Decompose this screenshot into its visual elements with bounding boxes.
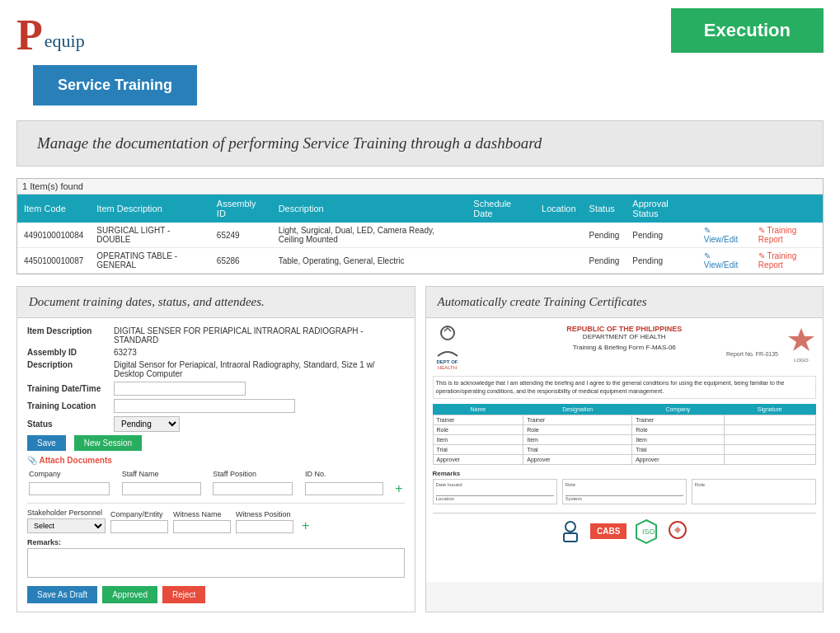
input-staff-position[interactable]: [213, 482, 293, 495]
cert-right-label: LOGO: [794, 358, 808, 363]
approved-button[interactable]: Approved: [102, 586, 157, 603]
cell-view-edit[interactable]: ✎ View/Edit: [697, 223, 752, 248]
view-edit-link[interactable]: ✎ View/Edit: [704, 226, 739, 244]
logo-p-letter: P: [16, 14, 43, 57]
two-col-section: Document training dates, status, and att…: [16, 286, 824, 612]
logo-p-red: P: [16, 12, 43, 59]
form-row-assembly: Assembly ID 63273: [27, 348, 405, 357]
form-content: Item Description DIGITAL SENSER FOR PERI…: [17, 318, 415, 612]
col-approval-status: Approval Status: [626, 195, 697, 223]
col-status: Status: [583, 195, 626, 223]
save-draft-button[interactable]: Save As Draft: [27, 586, 97, 603]
input-training-datetime[interactable]: [114, 382, 246, 396]
cell-location: [535, 248, 583, 274]
status-select[interactable]: Pending Completed Cancelled: [114, 416, 180, 432]
cell-training-report[interactable]: ✎ Training Report: [752, 248, 823, 274]
remarks-textarea[interactable]: [27, 548, 405, 578]
cell-approval-status: Pending: [626, 223, 697, 248]
cell-assembly-id: 65286: [210, 248, 272, 274]
description-banner: Manage the documentation of performing S…: [16, 120, 824, 166]
cert-col-designation: Designation: [523, 404, 632, 415]
label-status: Status: [27, 420, 114, 429]
value-description: Digital Sensor for Periapical, Intraoral…: [114, 360, 405, 378]
cell-view-edit[interactable]: ✎ View/Edit: [697, 248, 752, 274]
attach-header-row: Company Staff Name Staff Position ID No.: [27, 468, 405, 480]
cert-title-center: REPUBLIC OF THE PHILIPPINES DEPARTMENT O…: [462, 325, 787, 357]
col-add: [393, 468, 404, 480]
cert-table-row: Trial Trial Trial: [433, 444, 816, 454]
cell-item-desc: SURGICAL LIGHT - DOUBLE: [90, 223, 210, 248]
form-row-description: Description Digital Sensor for Periapica…: [27, 360, 405, 378]
stakeholder-col: Stakeholder Personnel Select: [27, 509, 106, 533]
footer-logo-3: ISO: [635, 518, 658, 545]
cell-item-desc: OPERATING TABLE - GENERAL: [90, 248, 210, 274]
table-header-row: Item Code Item Description Assembly ID D…: [17, 195, 823, 223]
data-table-section: 1 Item(s) found Item Code Item Descripti…: [16, 178, 824, 274]
cert-sign-col-2: Role System: [562, 479, 687, 504]
cert-cell-signature: [724, 444, 815, 454]
col-item-desc: Item Description: [90, 195, 210, 223]
cell-training-report[interactable]: ✎ Training Report: [752, 223, 823, 248]
cell-company: [27, 480, 120, 498]
cert-left-icon: [433, 325, 462, 358]
value-assembly-id: 63273: [114, 348, 405, 357]
cert-table-row: Item Item Item: [433, 434, 816, 444]
cell-description: Table, Operating, General, Electric: [272, 248, 467, 274]
input-company-entity[interactable]: [110, 520, 168, 533]
cert-cell-signature: [724, 424, 815, 434]
training-report-link[interactable]: ✎ Training Report: [758, 226, 796, 244]
input-witness-position[interactable]: [236, 520, 293, 533]
col-description: Description: [272, 195, 467, 223]
cell-approval-status: Pending: [626, 248, 697, 274]
col-actions1: [697, 195, 752, 223]
cert-table-header: Name Designation Company Signature: [433, 404, 816, 415]
col-staff-position: Staff Position: [211, 468, 303, 480]
cert-panel: Automatically create Training Certificat…: [425, 286, 824, 612]
cert-form-ref: Training & Briefing Form F-MAS-06: [471, 344, 779, 351]
input-staff-name[interactable]: [122, 482, 201, 495]
cert-subtitle: DEPARTMENT OF HEALTH: [471, 333, 779, 340]
new-session-button[interactable]: New Session: [74, 435, 142, 451]
cert-sign-row: Date Issued Location Role System Role: [433, 479, 817, 504]
form-panel-header: Document training dates, status, and att…: [17, 287, 415, 318]
execution-badge: Execution: [671, 8, 824, 53]
svg-rect-2: [564, 533, 577, 542]
col-item-code: Item Code: [17, 195, 90, 223]
cert-cell-name: Trial: [433, 444, 523, 454]
input-id-no[interactable]: [305, 482, 383, 495]
cert-description: This is to acknowledge that I am attendi…: [433, 376, 817, 399]
form-action-buttons: Save New Session: [27, 435, 405, 451]
cert-sign-col-3: Role: [692, 479, 816, 504]
cert-bottom-section: Remarks Date Issued Location Role System…: [433, 470, 817, 504]
cell-schedule-date: [467, 223, 535, 248]
cert-title: REPUBLIC OF THE PHILIPPINES: [471, 325, 779, 333]
stakeholder-select[interactable]: Select: [27, 518, 106, 533]
reject-button[interactable]: Reject: [162, 586, 205, 603]
add-row-icon[interactable]: +: [395, 481, 402, 495]
cert-table-body: Trainer Trainer Trainer Role Role Role I…: [433, 415, 816, 464]
save-button[interactable]: Save: [27, 435, 66, 451]
cert-cell-designation: Trainer: [523, 415, 632, 424]
training-report-link[interactable]: ✎ Training Report: [758, 251, 796, 270]
cert-cell-name: Item: [433, 434, 523, 444]
witness-name-col: Witness Name: [173, 510, 231, 533]
input-training-location[interactable]: [114, 399, 295, 413]
input-company[interactable]: [29, 482, 110, 495]
stakeholder-row: Stakeholder Personnel Select Company/Ent…: [27, 509, 405, 533]
logo-text: equip: [45, 30, 85, 52]
attach-table: Company Staff Name Staff Position ID No.…: [27, 468, 405, 498]
form-row-status: Status Pending Completed Cancelled: [27, 416, 405, 432]
table-row: 4450100010087 OPERATING TABLE - GENERAL …: [17, 248, 823, 274]
cert-table-row: Trainer Trainer Trainer: [433, 415, 816, 424]
attach-table-row: +: [27, 480, 405, 498]
cert-col-signature: Signature: [724, 404, 815, 415]
cell-add-plus[interactable]: +: [393, 480, 404, 498]
cert-col-company: Company: [632, 404, 724, 415]
view-edit-link[interactable]: ✎ View/Edit: [704, 251, 739, 270]
add-witness-icon[interactable]: +: [302, 518, 309, 533]
service-training-button[interactable]: Service Training: [33, 65, 197, 106]
input-witness-name[interactable]: [173, 520, 231, 533]
cert-logo-left: DEPT OF HEALTH: [433, 325, 462, 371]
label-witness-position: Witness Position: [236, 510, 293, 518]
cert-table-row: Role Role Role: [433, 424, 816, 434]
